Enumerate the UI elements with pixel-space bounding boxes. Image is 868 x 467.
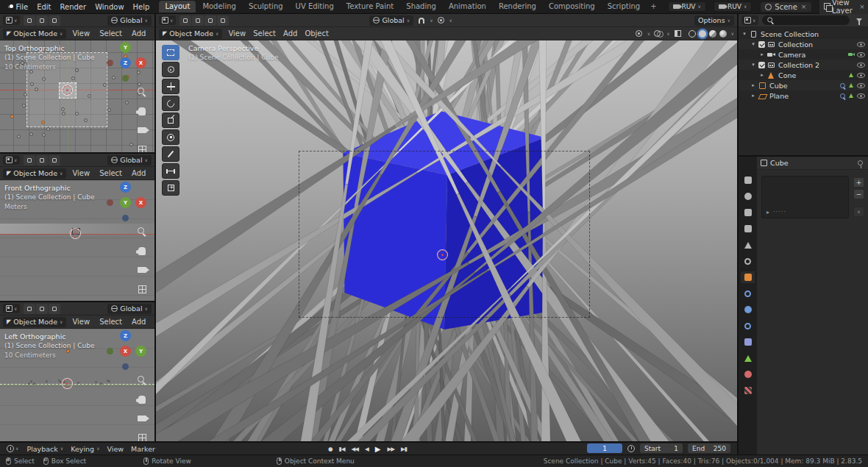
outliner-row-scene-collection[interactable]: ▾Scene Collection [739, 29, 868, 39]
timeline-menu-playback[interactable]: Playback∨ [23, 445, 67, 453]
workspace-tab-texture-paint[interactable]: Texture Paint [341, 1, 400, 13]
select-mode-box-button[interactable] [36, 304, 48, 314]
grid-toggle-icon[interactable] [136, 432, 148, 441]
xray-toggle[interactable] [672, 29, 684, 39]
properties-tab-scene[interactable] [741, 239, 755, 251]
show-overlays-toggle[interactable] [652, 29, 664, 39]
outliner-row-collection-2[interactable]: ▾Collection 2 [739, 60, 868, 70]
expand-icon[interactable]: ▸ [766, 209, 769, 215]
zoom-icon[interactable] [136, 86, 148, 98]
auto-key-button[interactable]: ● [327, 446, 334, 452]
axis-negz-handle[interactable] [122, 363, 129, 370]
outliner-row-cube[interactable]: ▸Cube [739, 80, 868, 90]
properties-tab-physics[interactable] [741, 320, 755, 332]
orientation-dropdown[interactable]: Global∨ [369, 15, 413, 26]
viewport-camera-canvas[interactable]: Camera Perspective (1) Scene Collection … [156, 40, 737, 441]
shading-wireframe-button[interactable] [689, 30, 696, 38]
ruv-button-2[interactable]: RUV∨ [714, 1, 752, 12]
properties-tab-modifiers[interactable] [741, 288, 755, 299]
shading-rendered-button[interactable] [719, 30, 727, 38]
view-layer-selector[interactable]: View Layer × [819, 0, 868, 15]
viewport-menu-select[interactable]: Select [96, 168, 126, 178]
workspace-tab-uv-editing[interactable]: UV Editing [290, 1, 340, 13]
tool-cursor[interactable] [162, 62, 179, 77]
pan-hand-icon[interactable] [136, 393, 148, 405]
ruv-button-1[interactable]: RUV∨ [668, 1, 706, 12]
viewport-menu-object[interactable]: Object [301, 29, 332, 38]
options-dropdown[interactable]: Options∨ [694, 15, 734, 26]
collection-checkbox[interactable] [758, 41, 765, 48]
start-frame-field[interactable]: Start 1 [640, 443, 683, 453]
specials-dropdown[interactable]: ∨ [853, 207, 864, 217]
tool-scale[interactable] [162, 113, 179, 128]
viewport-menu-select[interactable]: Select [96, 29, 126, 38]
select-mode-tweak-button[interactable] [24, 155, 35, 165]
camera-view-icon[interactable] [136, 124, 148, 136]
menu-file[interactable]: File [11, 2, 32, 12]
mode-dropdown[interactable]: ◤Object Mode∨ [3, 168, 66, 179]
properties-tab-constraints[interactable] [741, 336, 755, 348]
editor-type-button[interactable]: ∨ [4, 443, 21, 454]
viewport-menu-object[interactable]: Object [152, 168, 154, 178]
viewport-left-canvas[interactable]: Left Orthographic (1) Scene Collection |… [0, 329, 154, 441]
proportional-edit-toggle[interactable] [435, 15, 447, 26]
tool-add-cube[interactable] [162, 180, 179, 196]
menu-render[interactable]: Render [56, 2, 91, 12]
mode-dropdown[interactable]: ◤Object Mode∨ [3, 29, 66, 39]
viewport-menu-add[interactable]: Add [128, 168, 149, 178]
shading-solid-button[interactable] [699, 30, 706, 38]
viewport-menu-object[interactable]: Object [152, 29, 154, 38]
outliner-row-camera[interactable]: ▸Camera [739, 49, 868, 60]
editor-type-button[interactable]: ∨ [741, 15, 758, 25]
nav-gizmo[interactable]: Y Z X [106, 43, 144, 82]
current-frame-field[interactable]: 1 [587, 443, 622, 453]
viewport-menu-view[interactable]: View [224, 29, 249, 38]
properties-tab-tool[interactable] [741, 174, 755, 186]
orientation-dropdown[interactable]: Global∨ [107, 304, 152, 314]
collection-checkbox[interactable] [758, 62, 765, 68]
snap-toggle[interactable] [416, 15, 427, 26]
visibility-toggle[interactable] [857, 52, 865, 57]
viewport-menu-select[interactable]: Select [96, 317, 126, 327]
visibility-toggle[interactable] [857, 42, 865, 47]
select-mode-box-button[interactable] [36, 155, 48, 165]
timeline-menu-marker[interactable]: Marker [127, 445, 159, 453]
play-reverse-button[interactable]: ◀ [363, 446, 370, 452]
viewport-front-canvas[interactable]: Front Orthographic (1) Scene Collection … [0, 180, 154, 301]
disclosure-icon[interactable]: ▾ [741, 31, 747, 37]
visibility-toggle[interactable] [857, 63, 865, 68]
tool-transform[interactable] [162, 129, 179, 145]
workspace-tab-modeling[interactable]: Modeling [196, 1, 242, 13]
viewport-menu-object[interactable]: Object [152, 317, 154, 327]
tool-annotate[interactable] [162, 146, 179, 162]
tool-move[interactable] [162, 79, 179, 94]
outliner-search[interactable] [762, 15, 850, 25]
nav-gizmo[interactable]: Z Y X [106, 183, 144, 221]
prev-keyframe-button[interactable]: ◀◀ [349, 446, 360, 452]
show-gizmo-toggle[interactable] [633, 29, 645, 39]
add-button[interactable]: + [853, 177, 864, 188]
properties-panel-box[interactable]: ▸ ····· [761, 176, 849, 218]
outliner-row-plane[interactable]: ▸Plane [739, 90, 868, 101]
visibility-toggle[interactable] [857, 83, 865, 88]
workspace-tab-sculpting[interactable]: Sculpting [243, 1, 289, 13]
select-mode-box-button[interactable] [36, 15, 48, 26]
pin-icon[interactable] [858, 160, 863, 165]
axis-y-handle[interactable]: Y [135, 346, 146, 357]
tool-measure[interactable] [162, 163, 179, 179]
grid-toggle-icon[interactable] [136, 143, 148, 152]
tool-rotate[interactable] [162, 96, 179, 111]
visibility-toggle[interactable] [857, 73, 865, 78]
camera-view-icon[interactable] [136, 413, 148, 424]
axis-z-handle[interactable]: Z [120, 330, 131, 341]
filter-icon[interactable] [853, 15, 865, 26]
camera-view-icon[interactable] [136, 264, 148, 276]
mode-dropdown[interactable]: ◤Object Mode∨ [3, 317, 66, 327]
workspace-tab-scripting[interactable]: Scripting [602, 1, 646, 13]
viewport-menu-add[interactable]: Add [128, 29, 149, 38]
axis-negx-handle[interactable] [107, 199, 113, 206]
disclosure-icon[interactable]: ▸ [750, 82, 756, 88]
disclosure-icon[interactable]: ▾ [750, 41, 756, 47]
disclosure-icon[interactable]: ▸ [759, 72, 765, 78]
select-mode-tweak-button[interactable] [24, 15, 35, 26]
